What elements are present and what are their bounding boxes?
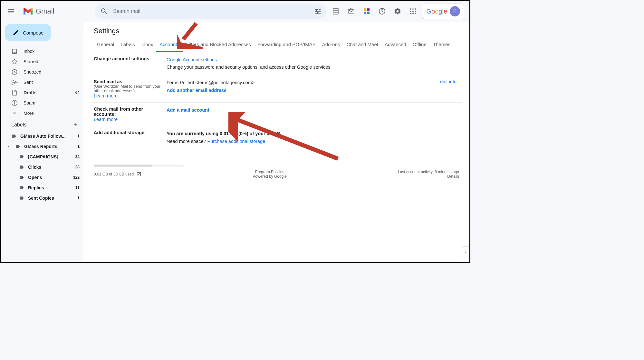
sheets-icon [332, 7, 340, 15]
label-item[interactable]: GMass Auto Follow...1 [4, 131, 83, 141]
nav-sent[interactable]: Sent [4, 77, 83, 87]
google-account-settings-link[interactable]: Google Account settings [167, 57, 217, 62]
program-policies-link[interactable]: Program Policies [255, 170, 284, 174]
tab-general[interactable]: General [94, 38, 117, 52]
avatar[interactable]: F [450, 6, 460, 16]
tab-chat-and-meet[interactable]: Chat and Meet [343, 38, 381, 52]
svg-point-12 [410, 8, 411, 10]
starred-icon [11, 58, 18, 65]
search-bar[interactable] [95, 4, 327, 19]
check-mail-learn-more-link[interactable]: Learn more [94, 117, 118, 122]
footer: 0.01 GB of 30 GB used Program Policies P… [91, 162, 462, 181]
side-panel-toggle[interactable] [462, 246, 469, 258]
expand-caret[interactable] [6, 145, 11, 148]
label-icon [19, 175, 24, 180]
label-icon [19, 195, 24, 201]
label-item[interactable]: Sent Copies1 [4, 193, 83, 203]
header-icons: Google F [329, 4, 467, 19]
send-as-learn-more-link[interactable]: Learn more [94, 93, 118, 98]
nav-spam[interactable]: Spam [4, 98, 83, 108]
tab-accounts[interactable]: Accounts [156, 38, 183, 52]
label-item[interactable]: Opens322 [4, 172, 83, 183]
addon-gmass-button[interactable] [345, 5, 358, 18]
label-count: 1 [77, 134, 80, 138]
label-text: GMass Auto Follow... [20, 134, 66, 139]
svg-rect-11 [367, 12, 370, 14]
label-count: 1 [77, 144, 80, 149]
pencil-icon [13, 29, 19, 36]
label-count: 34 [75, 155, 80, 159]
nav-more[interactable]: More [4, 108, 83, 118]
search-options-button[interactable] [311, 5, 324, 18]
header: Gmail Google F [1, 1, 469, 22]
nav-snoozed[interactable]: Snoozed [4, 67, 83, 77]
google-account-box[interactable]: Google F [422, 4, 464, 19]
more-icon [11, 110, 18, 116]
add-label-button[interactable]: + [74, 121, 78, 128]
section-check-mail: Check mail from other accounts: Learn mo… [91, 103, 462, 126]
tab-add-ons[interactable]: Add-ons [319, 38, 343, 52]
search-icon [100, 7, 108, 15]
tab-offline[interactable]: Offline [409, 38, 430, 52]
search-button[interactable] [98, 5, 111, 18]
addon-extension-button[interactable] [360, 5, 373, 18]
send-as-title: Send mail as: [94, 79, 161, 84]
nav-label: Inbox [24, 49, 34, 54]
label-icon [11, 134, 16, 139]
settings-gear-button[interactable] [391, 5, 404, 18]
help-icon [378, 7, 386, 15]
gmail-logo-icon [23, 7, 33, 15]
labels-title: Labels [11, 122, 26, 128]
main-content: Settings GeneralLabelsInboxAccountsFilte… [83, 22, 469, 262]
details-link[interactable]: Details [447, 174, 459, 179]
label-icon [19, 165, 24, 170]
support-button[interactable] [376, 5, 389, 18]
label-item[interactable]: Replies11 [4, 183, 83, 193]
label-item[interactable]: [CAMPAIGNS]34 [4, 152, 83, 162]
main-menu-button[interactable] [4, 4, 19, 19]
nav-inbox[interactable]: Inbox [4, 46, 83, 56]
settings-tabs: GeneralLabelsInboxAccountsFilters and Bl… [91, 38, 462, 52]
sent-icon [11, 79, 18, 85]
gmail-text: Gmail [36, 7, 54, 15]
apps-button[interactable] [407, 5, 419, 18]
tab-filters-and-blocked-addresses[interactable]: Filters and Blocked Addresses [183, 38, 254, 52]
sidebar: Compose InboxStarredSnoozedSentDrafts64S… [1, 22, 83, 262]
section-send-mail-as: Send mail as: (Use Wordzen Mail to send … [91, 75, 462, 103]
edit-info-link[interactable]: edit info [440, 79, 457, 84]
search-input[interactable] [113, 8, 309, 14]
purchase-storage-link[interactable]: Purchase additional storage [207, 139, 265, 144]
label-count: 1 [77, 196, 80, 200]
label-count: 28 [75, 165, 80, 169]
label-text: Opens [28, 175, 42, 180]
label-count: 322 [73, 175, 80, 180]
open-in-new-icon[interactable] [136, 172, 141, 177]
svg-point-19 [412, 13, 414, 14]
nav-label: Drafts [24, 90, 36, 95]
compose-button[interactable]: Compose [5, 24, 51, 41]
tab-labels[interactable]: Labels [117, 38, 138, 52]
section-storage: Add additional storage: You are currentl… [91, 126, 462, 149]
tab-forwarding-and-pop-imap[interactable]: Forwarding and POP/IMAP [254, 38, 319, 52]
svg-point-17 [415, 11, 416, 12]
tab-advanced[interactable]: Advanced [381, 38, 409, 52]
nav-drafts[interactable]: Drafts64 [4, 87, 83, 98]
svg-point-18 [410, 13, 411, 14]
storage-need: Need more space? [167, 139, 207, 144]
add-another-email-link[interactable]: Add another email address [167, 88, 226, 93]
nav-label: Snoozed [24, 69, 41, 75]
caret-down-icon [7, 145, 11, 148]
svg-rect-8 [364, 8, 366, 11]
tab-themes[interactable]: Themes [430, 38, 454, 52]
add-mail-account-link[interactable]: Add a mail account [167, 107, 209, 113]
horizontal-scrollbar[interactable] [94, 165, 184, 167]
logo-area[interactable]: Gmail [22, 7, 92, 15]
label-item[interactable]: Clicks28 [4, 162, 83, 172]
addon-sheets-button[interactable] [329, 5, 342, 18]
nav-starred[interactable]: Starred [4, 56, 83, 67]
nav-label: Sent [24, 80, 33, 85]
nav-label: Spam [24, 100, 35, 105]
label-item[interactable]: GMass Reports1 [4, 141, 83, 152]
tune-icon [314, 7, 322, 15]
tab-inbox[interactable]: Inbox [138, 38, 157, 52]
